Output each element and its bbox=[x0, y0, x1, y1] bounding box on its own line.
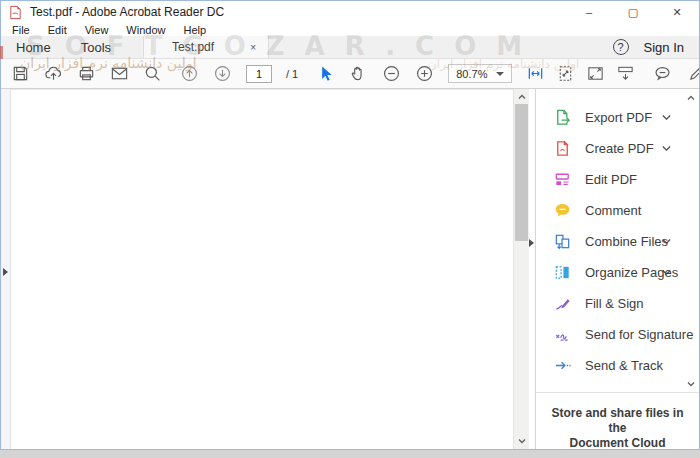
tools-list: Export PDF Create PDF bbox=[536, 89, 699, 381]
content-area: Export PDF Create PDF bbox=[1, 89, 699, 449]
organize-pages-icon bbox=[553, 263, 572, 282]
document-cloud-panel: Store and share files in the Document Cl… bbox=[536, 392, 699, 449]
chevron-down-icon bbox=[660, 235, 673, 248]
close-button[interactable]: ✕ bbox=[655, 1, 699, 23]
sidebar-item-label: Send & Track bbox=[585, 358, 663, 373]
previous-page-icon[interactable] bbox=[180, 64, 199, 83]
sidebar-item-label: Create PDF bbox=[585, 141, 654, 156]
zoom-out-icon[interactable] bbox=[382, 64, 401, 83]
menu-window[interactable]: Window bbox=[117, 24, 174, 36]
sidebar-scroll-up-icon[interactable] bbox=[685, 92, 697, 104]
title-bar: Test.pdf - Adobe Acrobat Reader DC – ▢ ✕ bbox=[1, 1, 699, 23]
fit-page-icon[interactable] bbox=[556, 64, 575, 83]
cloud-promo-line2: Document Cloud bbox=[544, 436, 691, 450]
tab-tools[interactable]: Tools bbox=[66, 36, 126, 58]
fit-width-icon[interactable] bbox=[526, 64, 545, 83]
next-page-icon[interactable] bbox=[213, 64, 232, 83]
menu-help[interactable]: Help bbox=[174, 24, 215, 36]
menu-file[interactable]: File bbox=[3, 24, 39, 36]
tools-sidebar: Export PDF Create PDF bbox=[535, 89, 699, 449]
zoom-in-icon[interactable] bbox=[415, 64, 434, 83]
cloud-promo-line1: Store and share files in the bbox=[544, 406, 691, 436]
page-number-input[interactable] bbox=[246, 65, 272, 83]
fill-sign-icon bbox=[553, 294, 572, 313]
zoom-level-value: 80.7% bbox=[456, 68, 487, 80]
view-tools-group: 80.7% bbox=[316, 64, 512, 83]
main-toolbar: / 1 bbox=[1, 59, 699, 89]
sidebar-item-edit-pdf[interactable]: Edit PDF bbox=[536, 164, 699, 195]
edit-pdf-icon bbox=[553, 170, 572, 189]
sidebar-item-export-pdf[interactable]: Export PDF bbox=[536, 102, 699, 133]
sidebar-item-create-pdf[interactable]: Create PDF bbox=[536, 133, 699, 164]
tab-document[interactable]: Test.pdf × bbox=[143, 36, 269, 58]
window-bottom-edge bbox=[0, 450, 700, 458]
sidebar-item-label: Edit PDF bbox=[585, 172, 637, 187]
sidebar-item-label: Export PDF bbox=[585, 110, 652, 125]
chevron-down-icon bbox=[660, 266, 673, 279]
sign-in-button[interactable]: Sign In bbox=[644, 40, 684, 55]
comment-bubble-icon[interactable] bbox=[653, 64, 672, 83]
chevron-down-icon bbox=[496, 72, 504, 76]
cloud-upload-icon[interactable] bbox=[44, 64, 63, 83]
send-track-icon bbox=[553, 356, 572, 375]
highlight-pen-icon[interactable] bbox=[687, 64, 700, 83]
window-controls: – ▢ ✕ bbox=[567, 1, 699, 23]
page-total-label: / 1 bbox=[286, 68, 298, 80]
sidebar-item-send-for-signature[interactable]: Send for Signature bbox=[536, 319, 699, 350]
help-icon[interactable]: ? bbox=[613, 39, 629, 55]
scrollbar-thumb[interactable] bbox=[515, 104, 528, 241]
navigation-pane-toggle-icon[interactable] bbox=[3, 268, 8, 276]
sidebar-item-label: Send for Signature bbox=[585, 327, 693, 342]
minimize-button[interactable]: – bbox=[567, 1, 611, 23]
menu-bar: File Edit View Window Help bbox=[1, 23, 699, 36]
scroll-down-icon[interactable] bbox=[514, 434, 529, 448]
menu-view[interactable]: View bbox=[76, 24, 118, 36]
send-signature-icon bbox=[553, 325, 572, 344]
window-title: Test.pdf - Adobe Acrobat Reader DC bbox=[30, 5, 224, 19]
tab-document-label: Test.pdf bbox=[172, 40, 214, 54]
file-tools-group bbox=[11, 64, 162, 83]
tab-home[interactable]: Home bbox=[1, 36, 66, 58]
menu-edit[interactable]: Edit bbox=[39, 24, 76, 36]
sidebar-item-label: Comment bbox=[585, 203, 641, 218]
hide-toolbar-icon[interactable] bbox=[616, 64, 635, 83]
print-icon[interactable] bbox=[77, 64, 96, 83]
select-tool-icon[interactable] bbox=[316, 64, 335, 83]
maximize-button[interactable]: ▢ bbox=[611, 1, 655, 23]
page-nav-group: / 1 bbox=[180, 64, 298, 83]
chevron-down-icon bbox=[660, 142, 673, 155]
tabbar-right: ? Sign In bbox=[613, 36, 699, 58]
email-icon[interactable] bbox=[110, 64, 129, 83]
fit-tools-group bbox=[526, 64, 635, 83]
create-pdf-icon bbox=[553, 139, 572, 158]
chevron-down-icon bbox=[660, 111, 673, 124]
full-screen-icon[interactable] bbox=[586, 64, 605, 83]
sidebar-scroll-down-icon[interactable] bbox=[685, 378, 697, 390]
combine-files-icon bbox=[553, 232, 572, 251]
comment-icon bbox=[553, 201, 572, 220]
search-icon[interactable] bbox=[143, 64, 162, 83]
sidebar-item-send-track[interactable]: Send & Track bbox=[536, 350, 699, 381]
save-icon[interactable] bbox=[11, 64, 30, 83]
sidebar-item-organize-pages[interactable]: Organize Pages bbox=[536, 257, 699, 288]
hand-tool-icon[interactable] bbox=[349, 64, 368, 83]
document-page[interactable] bbox=[11, 89, 513, 449]
scroll-up-icon[interactable] bbox=[514, 90, 529, 104]
zoom-level-dropdown[interactable]: 80.7% bbox=[448, 64, 512, 83]
annotate-group bbox=[653, 64, 700, 83]
tools-pane-toggle-icon[interactable] bbox=[529, 239, 534, 247]
navigation-pane-strip bbox=[1, 89, 11, 449]
sidebar-item-label: Combine Files bbox=[585, 234, 668, 249]
export-pdf-icon bbox=[553, 108, 572, 127]
sidebar-item-fill-sign[interactable]: Fill & Sign bbox=[536, 288, 699, 319]
document-scrollbar[interactable] bbox=[513, 89, 529, 449]
sidebar-item-combine-files[interactable]: Combine Files bbox=[536, 226, 699, 257]
app-window: Test.pdf - Adobe Acrobat Reader DC – ▢ ✕… bbox=[0, 0, 700, 450]
tab-close-icon[interactable]: × bbox=[250, 42, 256, 53]
sidebar-item-label: Fill & Sign bbox=[585, 296, 644, 311]
sidebar-item-comment[interactable]: Comment bbox=[536, 195, 699, 226]
pdf-app-icon bbox=[8, 5, 23, 20]
tab-bar: Home Tools Test.pdf × ? Sign In bbox=[1, 36, 699, 59]
